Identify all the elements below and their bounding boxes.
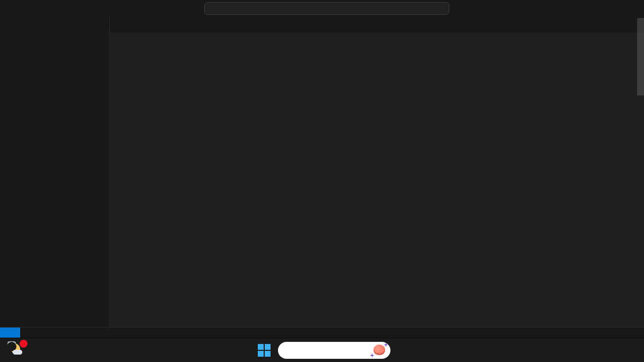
language-status[interactable] [619,328,627,338]
window-controls [574,0,644,17]
taskbar-search[interactable] [278,342,390,359]
copilot-status[interactable] [627,328,633,338]
encoding-status[interactable] [606,328,612,338]
cloud-icon [13,350,22,355]
workspace-section-header[interactable] [24,35,109,47]
breadcrumb [110,33,644,45]
cursor-position[interactable] [593,328,599,338]
copilot-button[interactable] [488,7,493,10]
notification-badge [20,340,28,348]
title-bar [0,0,644,17]
search-highlight-art [371,343,387,358]
minimize-button[interactable] [574,0,597,17]
windows-logo-icon [258,344,271,357]
indentation-status[interactable] [599,328,606,338]
explorer-sidebar [24,17,110,327]
forward-icon[interactable] [58,7,60,10]
problems-status[interactable] [31,328,43,338]
screen: { "window": { "menus": ["File","Edit","S… [0,0,644,362]
close-button[interactable] [621,0,644,17]
eol-status[interactable] [612,328,619,338]
restore-button[interactable] [597,0,621,17]
remote-indicator[interactable] [0,328,20,338]
branch-status[interactable] [20,328,31,338]
back-icon[interactable] [53,7,55,10]
statusbar-right [585,328,644,338]
commit-status[interactable] [585,328,593,338]
history-nav [53,7,60,10]
titlebar-right [483,0,644,17]
sidebar-header [24,17,109,35]
status-bar [0,327,644,338]
command-center[interactable] [204,2,449,15]
system-tray [619,338,640,362]
code-editor[interactable] [110,45,644,327]
editor-group [110,17,644,327]
windows-taskbar [0,338,644,362]
activity-bar [0,17,24,327]
scrollbar[interactable] [637,18,644,95]
workbench [0,17,644,327]
start-button[interactable] [254,340,274,360]
tab-bar [110,17,644,33]
taskbar-center [254,340,390,360]
notifications-status[interactable] [633,328,640,338]
vscode-logo-icon [5,4,15,13]
weather-widget[interactable] [7,341,29,359]
brain-icon [373,345,385,355]
